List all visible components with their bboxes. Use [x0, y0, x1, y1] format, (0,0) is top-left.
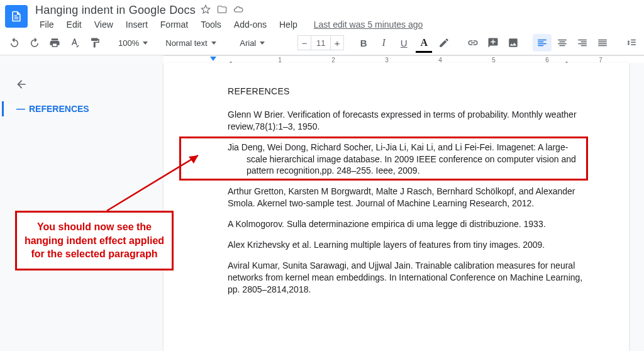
align-left-button[interactable] — [533, 34, 552, 52]
menu-view[interactable]: View — [90, 18, 118, 31]
outline-collapse-button[interactable] — [0, 75, 132, 101]
reference-entry: Arthur Gretton, Karsten M Borgwardt, Mal… — [228, 186, 585, 209]
reference-entry: A Kolmogorov. Sulla determinazione empir… — [228, 218, 585, 230]
align-justify-button[interactable] — [593, 34, 612, 52]
star-icon[interactable] — [201, 4, 211, 16]
menu-tools[interactable]: Tools — [196, 18, 226, 31]
line-spacing-button[interactable] — [622, 34, 641, 52]
menu-format[interactable]: Format — [156, 18, 192, 31]
menubar: File Edit View Insert Format Tools Add-o… — [35, 18, 427, 31]
toolbar: 100% Normal text Arial − 11 + B I U A ▾ … — [0, 31, 644, 55]
document-page[interactable]: REFERENCES Glenn W Brier. Verification o… — [164, 63, 629, 351]
menu-file[interactable]: File — [35, 18, 58, 31]
font-size-decrease-button[interactable]: − — [297, 35, 311, 50]
print-button[interactable] — [45, 34, 64, 52]
text-color-button[interactable]: A — [414, 34, 433, 52]
highlight-box — [179, 136, 588, 181]
undo-button[interactable] — [5, 34, 24, 52]
insert-image-button[interactable] — [504, 34, 523, 52]
font-size-increase-button[interactable]: + — [330, 35, 344, 50]
font-size-control: − 11 + — [297, 35, 344, 50]
outline-item-label: REFERENCES — [29, 104, 89, 114]
align-center-button[interactable] — [553, 34, 572, 52]
spellcheck-button[interactable] — [65, 34, 84, 52]
menu-addons[interactable]: Add-ons — [230, 18, 271, 31]
font-dropdown[interactable]: Arial — [236, 38, 287, 48]
menu-help[interactable]: Help — [275, 18, 302, 31]
outline-pane: — REFERENCES — [0, 75, 132, 116]
align-right-button[interactable] — [573, 34, 592, 52]
docs-logo-icon[interactable] — [5, 5, 28, 28]
main-area: — REFERENCES REFERENCES Glenn W Brier. V… — [0, 63, 644, 351]
bold-button[interactable]: B — [354, 34, 373, 52]
paint-format-button[interactable] — [86, 34, 104, 52]
underline-button[interactable]: U — [394, 34, 413, 52]
last-edit-link[interactable]: Last edit was 5 minutes ago — [309, 18, 428, 31]
cloud-icon[interactable] — [233, 4, 243, 16]
reference-entry: Alex Krizhevsky et al. Learning multiple… — [228, 239, 585, 251]
reference-entry: Glenn W Brier. Verification of forecasts… — [228, 109, 585, 133]
section-heading: REFERENCES — [228, 86, 585, 98]
italic-button[interactable]: I — [374, 34, 393, 52]
menu-edit[interactable]: Edit — [62, 18, 86, 31]
annotation-text: You should now see the hanging indent ef… — [25, 221, 164, 259]
document-title[interactable]: Hanging indent in Google Docs — [35, 4, 196, 17]
style-dropdown[interactable]: Normal text — [162, 38, 226, 48]
reference-entry: Aviral Kumar, Sunita Sarawagi, and Ujjwa… — [228, 260, 585, 296]
titlebar: Hanging indent in Google Docs File Edit … — [0, 0, 644, 31]
outline-item-references[interactable]: — REFERENCES — [2, 101, 132, 116]
font-size-value[interactable]: 11 — [311, 35, 330, 50]
add-comment-button[interactable] — [484, 34, 502, 52]
redo-button[interactable] — [25, 34, 44, 52]
highlight-button[interactable] — [435, 34, 453, 52]
insert-link-button[interactable] — [464, 34, 482, 52]
zoom-dropdown[interactable]: 100% — [114, 38, 152, 48]
annotation-callout: You should now see the hanging indent ef… — [15, 211, 174, 270]
outline-bullet-icon: — — [16, 104, 25, 114]
move-icon[interactable] — [217, 4, 227, 16]
menu-insert[interactable]: Insert — [121, 18, 152, 31]
